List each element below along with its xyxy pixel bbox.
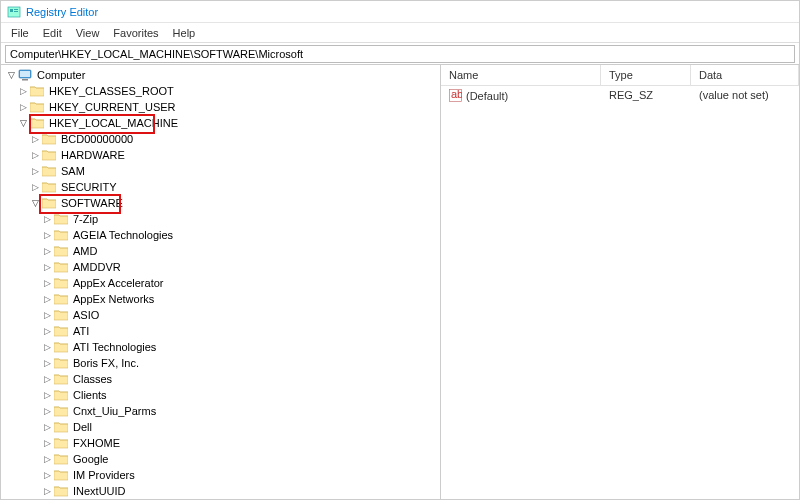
folder-icon bbox=[54, 453, 68, 465]
menu-view[interactable]: View bbox=[70, 25, 106, 41]
tree-item[interactable]: SECURITY bbox=[3, 179, 440, 195]
expand-chevron-icon[interactable] bbox=[41, 405, 53, 417]
tree-item[interactable]: BCD00000000 bbox=[3, 131, 440, 147]
tree-item-hkcu[interactable]: HKEY_CURRENT_USER bbox=[3, 99, 440, 115]
tree-item-label: Dell bbox=[71, 421, 94, 433]
tree-item[interactable]: Google bbox=[3, 451, 440, 467]
tree-item-label: HKEY_LOCAL_MACHINE bbox=[47, 117, 180, 129]
tree-item-label: Computer bbox=[35, 69, 87, 81]
expand-chevron-icon[interactable] bbox=[41, 277, 53, 289]
expand-chevron-icon[interactable] bbox=[17, 85, 29, 97]
expand-chevron-icon[interactable] bbox=[41, 261, 53, 273]
tree-item[interactable]: Clients bbox=[3, 387, 440, 403]
tree-item[interactable]: AMD bbox=[3, 243, 440, 259]
expand-chevron-icon[interactable] bbox=[29, 133, 41, 145]
folder-icon bbox=[42, 149, 56, 161]
folder-icon bbox=[42, 133, 56, 145]
folder-icon bbox=[54, 245, 68, 257]
expand-chevron-icon[interactable] bbox=[41, 341, 53, 353]
folder-icon bbox=[54, 405, 68, 417]
expand-chevron-icon[interactable] bbox=[29, 149, 41, 161]
expand-chevron-icon[interactable] bbox=[17, 117, 29, 129]
tree-item[interactable]: Dell bbox=[3, 419, 440, 435]
tree-item-label: HKEY_CLASSES_ROOT bbox=[47, 85, 176, 97]
tree-item[interactable]: SAM bbox=[3, 163, 440, 179]
menu-file[interactable]: File bbox=[5, 25, 35, 41]
tree-item-label: AGEIA Technologies bbox=[71, 229, 175, 241]
folder-icon bbox=[54, 213, 68, 225]
tree-item[interactable]: HARDWARE bbox=[3, 147, 440, 163]
expand-chevron-icon[interactable] bbox=[41, 469, 53, 481]
expand-chevron-icon[interactable] bbox=[41, 293, 53, 305]
tree-item[interactable]: 7-Zip bbox=[3, 211, 440, 227]
tree-item-label: ATI bbox=[71, 325, 91, 337]
tree-item-label: SOFTWARE bbox=[59, 197, 125, 209]
expand-chevron-icon[interactable] bbox=[29, 197, 41, 209]
tree-item[interactable]: Classes bbox=[3, 371, 440, 387]
folder-icon bbox=[54, 389, 68, 401]
folder-icon bbox=[54, 469, 68, 481]
computer-icon bbox=[18, 69, 32, 81]
tree-item-label: AppEx Accelerator bbox=[71, 277, 166, 289]
folder-icon bbox=[42, 197, 56, 209]
expand-chevron-icon[interactable] bbox=[41, 373, 53, 385]
tree-item-label: Clients bbox=[71, 389, 109, 401]
expand-chevron-icon[interactable] bbox=[41, 309, 53, 321]
value-name: (Default) bbox=[466, 90, 508, 102]
values-pane[interactable]: Name Type Data (Default) REG_SZ (value n… bbox=[441, 65, 799, 499]
value-row[interactable]: (Default) REG_SZ (value not set) bbox=[441, 86, 799, 105]
col-header-name[interactable]: Name bbox=[441, 65, 601, 85]
menu-bar: File Edit View Favorites Help bbox=[1, 23, 799, 43]
folder-icon bbox=[54, 261, 68, 273]
tree-item-label: Google bbox=[71, 453, 110, 465]
tree-item-software[interactable]: SOFTWARE bbox=[3, 195, 440, 211]
tree-item-label: AMDDVR bbox=[71, 261, 123, 273]
expand-chevron-icon[interactable] bbox=[41, 213, 53, 225]
tree-item-label: Classes bbox=[71, 373, 114, 385]
tree-item-hklm[interactable]: HKEY_LOCAL_MACHINE bbox=[3, 115, 440, 131]
col-header-data[interactable]: Data bbox=[691, 65, 799, 85]
tree-item-hkcr[interactable]: HKEY_CLASSES_ROOT bbox=[3, 83, 440, 99]
expand-chevron-icon[interactable] bbox=[41, 389, 53, 401]
tree-item[interactable]: Boris FX, Inc. bbox=[3, 355, 440, 371]
expand-chevron-icon[interactable] bbox=[29, 181, 41, 193]
expand-chevron-icon[interactable] bbox=[41, 229, 53, 241]
expand-chevron-icon[interactable] bbox=[41, 421, 53, 433]
expand-chevron-icon[interactable] bbox=[41, 245, 53, 257]
folder-icon bbox=[30, 117, 44, 129]
tree-item[interactable]: FXHOME bbox=[3, 435, 440, 451]
tree-item[interactable]: IM Providers bbox=[3, 467, 440, 483]
tree-item[interactable]: ASIO bbox=[3, 307, 440, 323]
expand-chevron-icon[interactable] bbox=[5, 69, 17, 81]
folder-icon bbox=[54, 325, 68, 337]
tree-item[interactable]: ATI bbox=[3, 323, 440, 339]
tree-item[interactable]: ATI Technologies bbox=[3, 339, 440, 355]
tree-root-computer[interactable]: Computer bbox=[3, 67, 440, 83]
expand-chevron-icon[interactable] bbox=[41, 437, 53, 449]
folder-icon bbox=[30, 85, 44, 97]
folder-icon bbox=[42, 165, 56, 177]
string-value-icon bbox=[449, 89, 462, 102]
tree-item-label: IM Providers bbox=[71, 469, 137, 481]
folder-icon bbox=[54, 341, 68, 353]
expand-chevron-icon[interactable] bbox=[41, 485, 53, 497]
tree-item[interactable]: INextUUID bbox=[3, 483, 440, 499]
col-header-type[interactable]: Type bbox=[601, 65, 691, 85]
tree-item[interactable]: AMDDVR bbox=[3, 259, 440, 275]
tree-item-label: SAM bbox=[59, 165, 87, 177]
tree-pane[interactable]: ComputerHKEY_CLASSES_ROOTHKEY_CURRENT_US… bbox=[1, 65, 441, 499]
tree-item[interactable]: AppEx Networks bbox=[3, 291, 440, 307]
expand-chevron-icon[interactable] bbox=[17, 101, 29, 113]
expand-chevron-icon[interactable] bbox=[41, 357, 53, 369]
menu-help[interactable]: Help bbox=[167, 25, 202, 41]
menu-favorites[interactable]: Favorites bbox=[107, 25, 164, 41]
address-input[interactable] bbox=[5, 45, 795, 63]
menu-edit[interactable]: Edit bbox=[37, 25, 68, 41]
expand-chevron-icon[interactable] bbox=[41, 453, 53, 465]
tree-item[interactable]: AGEIA Technologies bbox=[3, 227, 440, 243]
expand-chevron-icon[interactable] bbox=[29, 165, 41, 177]
tree-item-label: 7-Zip bbox=[71, 213, 100, 225]
expand-chevron-icon[interactable] bbox=[41, 325, 53, 337]
tree-item[interactable]: Cnxt_Uiu_Parms bbox=[3, 403, 440, 419]
tree-item[interactable]: AppEx Accelerator bbox=[3, 275, 440, 291]
